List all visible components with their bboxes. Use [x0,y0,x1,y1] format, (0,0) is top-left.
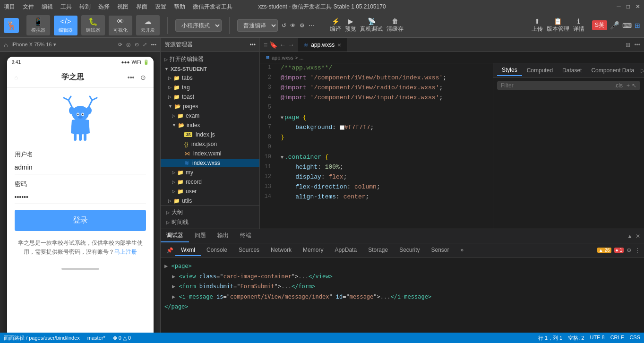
login-button[interactable]: 登录 [15,210,146,231]
tree-pages-folder[interactable]: ▼ 📂 pages [161,102,259,111]
filter-input[interactable] [501,82,612,89]
compile-button[interactable]: ⚡ 编译 [330,17,341,33]
tree-index-wxss[interactable]: ≋ index.wxss [161,158,259,168]
mic-icon[interactable]: 🎤 [610,21,619,30]
outline-item[interactable]: ▷ 大纲 [164,208,256,217]
split-editor-icon[interactable]: ⊞ [626,42,630,48]
collapse-arrow-icon[interactable]: ▼ [281,155,283,160]
debugger-button[interactable]: 🐛 调试器 [81,15,105,35]
clean-button[interactable]: 🗑 清缓存 [386,17,404,33]
memory-sub-tab[interactable]: Memory [297,245,329,256]
tab-collapse-icon[interactable]: ≡ [264,41,267,49]
refresh-button[interactable]: ↺ [282,22,286,29]
settings-devtools-icon[interactable]: ⚙ [627,247,632,254]
status-path[interactable]: 面面路径 / pages/user/bind/index [4,334,80,342]
status-encoding[interactable]: UTF-8 [590,334,604,342]
network-sub-tab[interactable]: Network [265,245,297,256]
eye-button[interactable]: 👁 [290,22,296,29]
phone-fullscreen-icon[interactable]: ⤢ [143,42,147,48]
status-spaces[interactable]: 空格: 2 [568,334,584,342]
register-link[interactable]: 马上注册 [114,249,137,255]
debug-tab-issues[interactable]: 问题 [189,230,212,242]
menu-item-project[interactable]: 项目 [4,3,15,11]
password-input[interactable] [15,190,146,204]
menu-item-help[interactable]: 帮助 [174,3,185,11]
menu-item-goto[interactable]: 转到 [79,3,91,11]
tab-forward-icon[interactable]: → [288,41,294,49]
more-sub-tab[interactable]: » [455,245,470,256]
phone-nav-close[interactable]: ⊙ [140,74,146,81]
username-input[interactable] [15,161,146,174]
status-line-ending[interactable]: CRLF [610,334,624,342]
phone-rotate-icon[interactable]: ⟳ [118,42,122,48]
close-button[interactable]: ✕ [635,3,640,10]
styles-tab[interactable]: Styles [497,65,522,76]
menu-item-settings[interactable]: 设置 [155,3,166,11]
status-lang[interactable]: CSS [629,334,640,342]
phone-home-icon[interactable]: ⌂ [4,41,8,49]
xml-arrow-icon[interactable]: ▶ [172,283,175,290]
security-sub-tab[interactable]: Security [394,245,425,256]
filter-pointer-icon[interactable]: ↖ [632,82,636,89]
phone-clear-icon[interactable]: ⊙ [135,42,139,48]
xml-arrow-icon[interactable]: ▶ [172,273,175,280]
debug-tab-terminal[interactable]: 终端 [234,230,257,242]
more-icon[interactable]: ••• [634,42,640,48]
tree-index-json[interactable]: {} index.json [161,139,259,149]
menu-item-tools[interactable]: 工具 [60,3,72,11]
compile-select[interactable]: 普通编译 [237,19,278,32]
tree-index-wxml[interactable]: ⋈ index.wxml [161,149,259,158]
tree-tag-folder[interactable]: ▷ 📁 tag [161,83,259,92]
realdev-button[interactable]: 📡 真机调试 [360,17,383,33]
timeline-item[interactable]: ▷ 时间线 [164,218,256,227]
collapse-debug-icon[interactable]: ▲ [627,233,633,240]
wxml-sub-tab[interactable]: Wxml [175,245,201,256]
close-debug-icon[interactable]: ✕ [635,233,640,240]
phone-home-btn[interactable]: ⌂ [15,74,18,81]
simulator-button[interactable]: 📱 模拟器 [26,15,50,35]
tree-index-js[interactable]: JS index.js [161,130,259,139]
tree-index-folder[interactable]: ▼ 📂 index [161,120,259,130]
tree-toast-folder[interactable]: ▷ 📁 toast [161,92,259,102]
debug-tab-output[interactable]: 输出 [212,230,234,242]
xml-arrow-icon[interactable]: ▶ [164,263,168,269]
tree-my-folder[interactable]: ▷ 📁 my [161,168,259,177]
tab-bookmark-icon[interactable]: 🔖 [269,41,277,49]
tree-record-folder[interactable]: ▷ 📁 record [161,177,259,187]
mode-select[interactable]: 小程序模式 [175,19,222,32]
detail-button[interactable]: ℹ 详情 [573,17,584,33]
minimize-button[interactable]: ─ [617,3,621,10]
settings-mini-button[interactable]: ⚙ [300,22,305,29]
tree-user-folder[interactable]: ▷ 📁 user [161,187,259,196]
file-panel-more[interactable]: ••• [249,42,256,48]
menu-item-interface[interactable]: 界面 [136,3,147,11]
menu-item-edit[interactable]: 编辑 [42,3,53,11]
code-area[interactable]: 1 /**app.wxss**/ 2 @import '/component/i… [260,63,493,229]
keyboard-icon[interactable]: ⌨ [622,22,632,29]
sensor-sub-tab[interactable]: Sensor [426,245,455,256]
visual-button[interactable]: 👁 可视化 [109,16,132,35]
phone-more-icon[interactable]: ••• [151,42,156,48]
tree-root[interactable]: ▼ XZS-STUDENT [161,65,259,73]
xml-arrow-icon[interactable]: ▶ [172,293,175,300]
editor-button[interactable]: </> 编辑器 [54,16,77,35]
phone-nav-more[interactable]: ••• [128,74,135,81]
tree-utils-folder[interactable]: ▷ 📁 utils [161,196,259,206]
version-button[interactable]: 📋 版本管理 [547,17,569,33]
tree-exam-folder[interactable]: ▷ 📁 exam [161,111,259,120]
expand-icon[interactable]: ▷ [639,67,644,74]
tree-tabs-folder[interactable]: ▷ 📁 tabs [161,73,259,83]
app-wxss-tab[interactable]: ≋ app.wxss ✕ [298,38,347,51]
sources-sub-tab[interactable]: Sources [233,245,265,256]
storage-sub-tab[interactable]: Storage [362,245,394,256]
appdata-sub-tab[interactable]: AppData [329,245,362,256]
status-branch[interactable]: master* [87,335,105,341]
qr-button[interactable]: ⋯ [309,22,314,29]
upload-button[interactable]: ⬆ 上传 [532,17,543,33]
debug-tab-debugger[interactable]: 调试器 [161,230,189,242]
console-sub-tab[interactable]: Console [201,245,233,256]
menu-item-view[interactable]: 视图 [117,3,129,11]
grid-icon[interactable]: ⊞ [635,22,640,29]
status-row-col[interactable]: 行 1，列 1 [538,334,562,342]
preview-button[interactable]: ▶ 预览 [345,17,356,33]
